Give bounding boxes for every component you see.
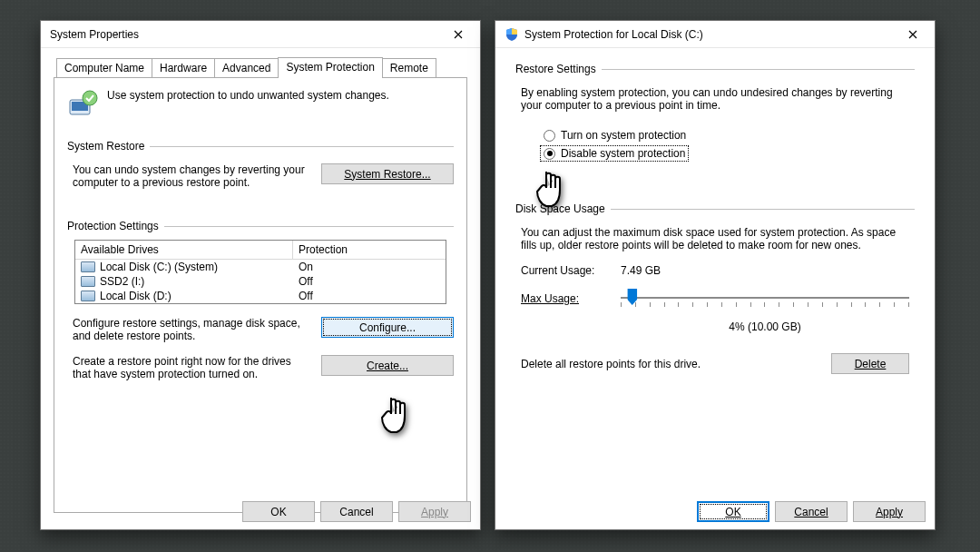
group-restore-settings: Restore Settings <box>515 63 596 75</box>
configure-text: Configure restore settings, manage disk … <box>73 317 309 342</box>
divider <box>611 209 915 210</box>
system-protection-drive-window: System Protection for Local Disk (C:) Re… <box>495 20 936 530</box>
ok-button[interactable]: OK <box>697 501 769 522</box>
close-icon <box>454 30 463 39</box>
tabstrip: Computer Name Hardware Advanced System P… <box>54 55 467 77</box>
drive-icon <box>81 276 95 287</box>
close-icon <box>908 30 917 39</box>
tab-system-protection[interactable]: System Protection <box>278 57 382 78</box>
group-protection-settings: Protection Settings <box>67 220 159 232</box>
system-restore-button[interactable]: System Restore... <box>321 163 454 184</box>
create-text: Create a restore point right now for the… <box>73 355 309 380</box>
delete-text: Delete all restore points for this drive… <box>521 358 831 370</box>
table-row[interactable]: SSD2 (I:)Off <box>75 274 446 289</box>
radio-icon <box>544 130 555 142</box>
drive-name: SSD2 (I:) <box>100 275 144 288</box>
divider <box>602 69 915 70</box>
current-usage-value: 7.49 GB <box>621 264 909 277</box>
apply-button[interactable]: Apply <box>398 501 471 522</box>
drive-protection: On <box>293 261 446 273</box>
shield-icon <box>505 27 519 42</box>
tab-computer-name[interactable]: Computer Name <box>56 58 152 77</box>
divider <box>164 226 454 227</box>
ok-button[interactable]: OK <box>242 501 315 522</box>
group-system-restore: System Restore <box>67 140 144 153</box>
titlebar[interactable]: System Protection for Local Disk (C:) <box>495 21 935 48</box>
disk-description: You can adjust the maximum disk space us… <box>515 222 915 251</box>
close-button[interactable] <box>437 22 478 47</box>
tab-hardware[interactable]: Hardware <box>152 58 215 77</box>
window-title: System Properties <box>50 28 437 41</box>
max-usage-label: Max Usage: <box>521 292 621 305</box>
slider-ticks <box>621 302 909 307</box>
radio-turn-on[interactable]: Turn on system protection <box>541 128 915 143</box>
tab-panel: Use system protection to undo unwanted s… <box>54 77 467 513</box>
current-usage-label: Current Usage: <box>521 264 621 277</box>
create-button[interactable]: Create... <box>321 355 454 376</box>
drive-icon <box>81 261 95 272</box>
radio-disable[interactable]: Disable system protection <box>541 146 688 161</box>
configure-button[interactable]: Configure... <box>321 317 454 338</box>
drive-protection: Off <box>293 275 446 288</box>
drive-protection: Off <box>293 290 446 302</box>
max-usage-value: 4% (10.00 GB) <box>621 320 909 333</box>
divider <box>150 146 454 147</box>
drive-icon <box>81 291 95 301</box>
radio-label: Turn on system protection <box>561 129 686 142</box>
radio-label: Disable system protection <box>561 147 685 160</box>
col-protection[interactable]: Protection <box>293 241 446 259</box>
drives-table[interactable]: Available Drives Protection Local Disk (… <box>74 240 446 304</box>
drive-name: Local Disk (C:) (System) <box>100 261 218 273</box>
restore-description: By enabling system protection, you can u… <box>515 83 915 112</box>
table-row[interactable]: Local Disk (D:)Off <box>75 289 446 303</box>
drive-name: Local Disk (D:) <box>100 290 172 302</box>
group-disk-space: Disk Space Usage <box>515 202 605 215</box>
cancel-button[interactable]: Cancel <box>320 501 393 522</box>
system-protection-icon <box>67 89 98 120</box>
delete-button[interactable]: Delete <box>831 353 909 374</box>
system-properties-window: System Properties Computer Name Hardware… <box>40 20 481 530</box>
svg-point-2 <box>83 91 97 105</box>
tab-advanced[interactable]: Advanced <box>214 58 279 77</box>
intro-text: Use system protection to undo unwanted s… <box>107 89 389 102</box>
window-title: System Protection for Local Disk (C:) <box>524 28 892 41</box>
table-row[interactable]: Local Disk (C:) (System)On <box>75 260 446 274</box>
col-drives[interactable]: Available Drives <box>75 241 293 259</box>
max-usage-slider[interactable] <box>621 286 909 311</box>
titlebar[interactable]: System Properties <box>41 21 480 48</box>
radio-icon <box>544 148 555 160</box>
tab-remote[interactable]: Remote <box>382 58 436 77</box>
restore-text: You can undo system changes by reverting… <box>73 163 309 189</box>
apply-button[interactable]: Apply <box>853 501 926 522</box>
close-button[interactable] <box>892 22 933 47</box>
cancel-button[interactable]: Cancel <box>775 501 848 522</box>
slider-track <box>621 297 909 299</box>
